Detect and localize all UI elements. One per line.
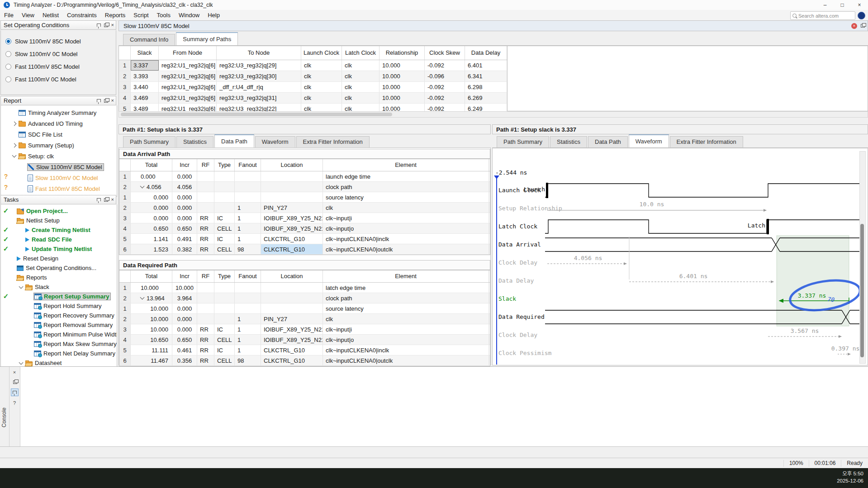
close-button[interactable]: × bbox=[851, 0, 868, 10]
menu-tools[interactable]: Tools bbox=[153, 10, 175, 20]
expander-down-icon[interactable] bbox=[140, 184, 145, 189]
float-icon[interactable] bbox=[104, 198, 108, 202]
tree-item[interactable]: Report Recovery Summary bbox=[1, 311, 117, 320]
waveform-view[interactable]: -2.544 ns Launch Clock Setup Relationshi… bbox=[492, 148, 868, 365]
tab-extra-fitter-information[interactable]: Extra Fitter Information bbox=[670, 136, 743, 147]
pin-icon[interactable] bbox=[97, 99, 101, 102]
float-icon[interactable] bbox=[104, 24, 108, 27]
tree-item[interactable]: ?Slow 1100mV 0C Model bbox=[1, 172, 117, 183]
table-row[interactable]: 51.1410.491RRIC1CLKCTRL_G10clk~inputCLKE… bbox=[119, 234, 490, 244]
table-row[interactable]: 30.0000.000RRIC1IOIBUF_X89_Y25_N21clk~in… bbox=[119, 213, 490, 223]
tree-item[interactable]: Slow 1100mV 85C Model bbox=[1, 161, 117, 172]
tree-item[interactable]: Timing Analyzer Summary bbox=[1, 107, 117, 118]
close-icon[interactable]: × bbox=[11, 369, 18, 375]
tree-item[interactable]: Reports bbox=[1, 273, 117, 282]
table-row[interactable]: 110.00010.000latch edge time bbox=[119, 283, 490, 293]
table-row[interactable]: 2 4.0564.056clock path bbox=[119, 182, 490, 192]
expander-right-icon[interactable] bbox=[12, 143, 17, 147]
menu-view[interactable]: View bbox=[18, 10, 38, 20]
tree-item[interactable]: Report Net Delay Summary bbox=[1, 349, 117, 358]
tab-path-summary[interactable]: Path Summary bbox=[123, 136, 175, 147]
console-side-tab[interactable]: Console bbox=[0, 367, 9, 446]
tree-item[interactable]: Report Hold Summary bbox=[1, 301, 117, 311]
vertical-scrollbar[interactable] bbox=[859, 151, 866, 364]
tree-item[interactable]: Set Operating Conditions... bbox=[1, 263, 117, 273]
float-icon[interactable] bbox=[11, 379, 18, 385]
tree-item[interactable]: Report Minimum Pulse Width bbox=[1, 330, 117, 339]
tab-statistics[interactable]: Statistics bbox=[550, 136, 587, 147]
table-row[interactable]: 40.6500.650RRCELL1IOIBUF_X89_Y25_N21clk~… bbox=[119, 223, 490, 234]
table-row[interactable]: 410.6500.650RRCELL1IOIBUF_X89_Y25_N21clk… bbox=[119, 335, 490, 345]
scrollbar-thumb[interactable] bbox=[121, 113, 392, 116]
tab-command-info[interactable]: Command Info bbox=[123, 34, 175, 45]
menu-help[interactable]: Help bbox=[204, 10, 224, 20]
tab-extra-fitter-information[interactable]: Extra Fitter Information bbox=[296, 136, 370, 147]
table-row[interactable]: 61.5230.382RRCELL98CLKCTRL_G10clk~inputC… bbox=[119, 244, 490, 255]
tab-waveform[interactable]: Waveform bbox=[629, 134, 669, 147]
tab-data-path[interactable]: Data Path bbox=[588, 136, 628, 147]
table-row[interactable]: 23.393reg32:U1_reg32|q[6]reg32:U3_reg32|… bbox=[119, 71, 507, 82]
tree-item[interactable]: ✓Report Setup Summary bbox=[1, 292, 117, 301]
table-row[interactable]: 210.0000.0001PIN_Y27clk bbox=[119, 314, 490, 324]
expander-down-icon[interactable] bbox=[140, 295, 145, 300]
tree-item[interactable]: SDC File List bbox=[1, 129, 117, 140]
tree-item[interactable]: Netlist Setup bbox=[1, 216, 117, 225]
tree-item[interactable]: Report Removal Summary bbox=[1, 320, 117, 330]
table-row[interactable]: 33.440reg32:U1_reg32|q[6]_dff_r:U4_dff_r… bbox=[119, 82, 507, 93]
horizontal-scrollbar[interactable] bbox=[119, 111, 868, 118]
float-icon[interactable] bbox=[861, 24, 865, 28]
account-icon[interactable] bbox=[858, 12, 865, 19]
pin-icon[interactable] bbox=[97, 24, 101, 27]
expander-down-icon[interactable] bbox=[12, 153, 17, 158]
table-row[interactable]: 611.4670.356RRCELL98CLKCTRL_G10clk~input… bbox=[119, 355, 490, 366]
pin-icon[interactable] bbox=[11, 389, 19, 396]
pin-icon[interactable] bbox=[97, 198, 101, 201]
tree-item[interactable]: Reset Design bbox=[1, 254, 117, 263]
opcond-option[interactable]: Fast 1100mV 85C Model bbox=[1, 60, 116, 73]
tree-item[interactable]: ✓Read SDC File bbox=[1, 235, 117, 244]
taskbar-clock[interactable]: 오후 5:50 2025-12-06 bbox=[837, 470, 863, 484]
search-input[interactable]: Search altera.com bbox=[790, 11, 855, 20]
table-row[interactable]: 13.337reg32:U1_reg32|q[6]reg32:U3_reg32|… bbox=[119, 60, 507, 71]
tab-path-summary[interactable]: Path Summary bbox=[497, 136, 549, 147]
table-row[interactable]: 511.1110.461RRIC1CLKCTRL_G10clk~inputCLK… bbox=[119, 345, 490, 355]
tree-item[interactable]: Report Max Skew Summary bbox=[1, 339, 117, 349]
menu-reports[interactable]: Reports bbox=[101, 10, 130, 20]
float-icon[interactable] bbox=[104, 99, 108, 103]
tree-item[interactable]: ✓Update Timing Netlist bbox=[1, 244, 117, 254]
menu-netlist[interactable]: Netlist bbox=[38, 10, 63, 20]
table-row[interactable]: 10.0000.000source latency bbox=[119, 192, 490, 203]
close-icon[interactable]: × bbox=[111, 23, 114, 28]
opcond-option[interactable]: Slow 1100mV 0C Model bbox=[1, 47, 116, 60]
menu-window[interactable]: Window bbox=[175, 10, 204, 20]
tree-item[interactable]: Summary (Setup) bbox=[1, 140, 117, 151]
maximize-button[interactable]: □ bbox=[834, 0, 851, 10]
tree-item[interactable]: Setup: clk bbox=[1, 151, 117, 161]
expander-down-icon[interactable] bbox=[19, 284, 24, 289]
opcond-option[interactable]: Slow 1100mV 85C Model bbox=[1, 35, 116, 47]
table-row[interactable]: 110.0000.000source latency bbox=[119, 303, 490, 314]
tree-item[interactable]: Slack bbox=[1, 282, 117, 292]
minimize-button[interactable]: – bbox=[816, 0, 834, 10]
table-row[interactable]: 43.469reg32:U1_reg32|q[6]reg32:U3_reg32|… bbox=[119, 93, 507, 104]
close-icon[interactable]: × bbox=[111, 197, 114, 202]
menu-file[interactable]: File bbox=[0, 10, 18, 20]
console-output[interactable] bbox=[20, 367, 868, 446]
tree-item[interactable]: ?Fast 1100mV 85C Model bbox=[1, 183, 117, 194]
tab-statistics[interactable]: Statistics bbox=[176, 136, 213, 147]
tab-summary-of-paths[interactable]: Summary of Paths bbox=[176, 32, 238, 45]
table-row[interactable]: 10.0000.000launch edge time bbox=[119, 171, 490, 182]
menu-constraints[interactable]: Constraints bbox=[63, 10, 101, 20]
expander-down-icon[interactable] bbox=[19, 360, 24, 365]
close-icon[interactable]: × bbox=[111, 98, 114, 103]
opcond-option[interactable]: Fast 1100mV 0C Model bbox=[1, 73, 116, 85]
tab-waveform[interactable]: Waveform bbox=[255, 136, 295, 147]
tab-data-path[interactable]: Data Path bbox=[214, 134, 254, 147]
tree-item[interactable]: ✓Create Timing Netlist bbox=[1, 225, 117, 235]
report-status-icon[interactable]: × bbox=[851, 23, 857, 29]
help-icon[interactable]: ? bbox=[11, 399, 18, 406]
tree-item[interactable]: Advanced I/O Timing bbox=[1, 118, 117, 129]
menu-script[interactable]: Script bbox=[129, 10, 152, 20]
scrollbar-thumb[interactable] bbox=[860, 224, 864, 357]
expander-right-icon[interactable] bbox=[12, 121, 17, 126]
